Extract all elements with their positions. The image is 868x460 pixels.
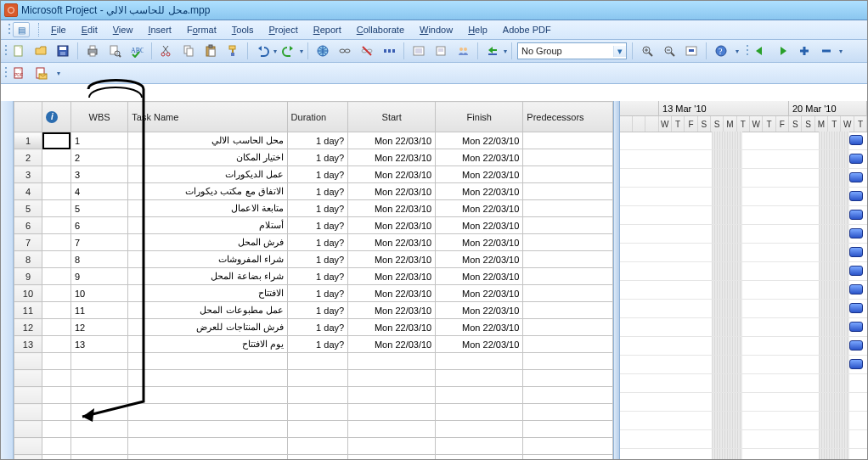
gantt-row[interactable] [620, 188, 867, 206]
indicator-cell[interactable] [42, 251, 71, 268]
indicator-cell[interactable] [42, 183, 71, 200]
gantt-row[interactable] [620, 449, 867, 459]
predecessors-cell[interactable] [523, 217, 612, 234]
group-combo[interactable]: No Group ▾ [517, 42, 627, 59]
duration-cell[interactable]: 1 day? [287, 132, 348, 149]
timescale-day[interactable]: S [789, 116, 802, 132]
indicator-cell[interactable] [42, 166, 71, 183]
minus-icon[interactable] [816, 42, 837, 60]
row-number[interactable]: 6 [14, 217, 42, 234]
finish-cell[interactable]: Mon 22/03/10 [436, 251, 523, 268]
pane-splitter[interactable] [613, 101, 620, 459]
wbs-cell[interactable]: 4 [70, 183, 127, 200]
duration-cell[interactable]: 1 day? [287, 319, 348, 336]
task-bar[interactable] [849, 210, 863, 220]
duration-cell[interactable]: 1 day? [287, 268, 348, 285]
gantt-row[interactable] [620, 374, 867, 393]
finish-cell[interactable]: Mon 22/03/10 [436, 336, 523, 353]
task-row[interactable]: 1010الافتتاح1 day?Mon 22/03/10Mon 22/03/… [14, 285, 612, 302]
predecessors-cell[interactable] [523, 234, 612, 251]
print-preview-icon[interactable] [104, 42, 125, 60]
indicator-cell[interactable] [42, 200, 71, 217]
gantt-row[interactable] [620, 393, 867, 412]
timescale-day[interactable]: M [724, 116, 736, 132]
cut-icon[interactable] [156, 42, 177, 60]
col-header-indicators[interactable]: i [42, 102, 71, 132]
timescale-day[interactable] [633, 116, 645, 132]
task-sheet[interactable]: i WBS Task Name Duration Start Finish Pr… [14, 101, 613, 459]
timescale-header[interactable]: 13 Mar '1020 Mar '10 WTFSSMTWTFSSMTWT [620, 101, 867, 132]
task-name-cell[interactable]: متابعة الاعمال [128, 200, 287, 217]
task-name-cell[interactable]: الاتفاق مع مكتب ديكورات [128, 183, 287, 200]
gantt-row[interactable] [620, 430, 867, 449]
start-cell[interactable]: Mon 22/03/10 [348, 234, 436, 251]
duration-cell[interactable]: 1 day? [287, 234, 348, 251]
task-name-cell[interactable]: فرش المحل [128, 234, 287, 251]
timescale-week[interactable]: 20 Mar '10 [789, 101, 867, 116]
start-cell[interactable]: Mon 22/03/10 [348, 183, 436, 200]
start-cell[interactable]: Mon 22/03/10 [348, 268, 436, 285]
toolbar-overflow-icon[interactable]: ▾ [732, 48, 742, 55]
gantt-row[interactable] [620, 169, 867, 188]
task-bar[interactable] [849, 191, 863, 201]
wbs-cell[interactable]: 3 [70, 166, 127, 183]
task-bar[interactable] [849, 228, 863, 238]
indicator-cell[interactable] [42, 217, 71, 234]
gantt-row[interactable] [620, 281, 867, 300]
menu-help[interactable]: Help [461, 23, 494, 36]
predecessors-cell[interactable] [523, 149, 612, 166]
save-icon[interactable] [53, 42, 73, 60]
select-all-cell[interactable] [14, 102, 42, 132]
gantt-row[interactable] [620, 244, 867, 262]
timescale-day[interactable]: W [659, 116, 672, 132]
pdf-email-icon[interactable] [31, 64, 51, 82]
predecessors-cell[interactable] [523, 319, 612, 336]
menu-tools[interactable]: Tools [225, 23, 261, 36]
wbs-cell[interactable]: 12 [70, 319, 127, 336]
task-name-cell[interactable]: يوم الافتتاح [128, 336, 287, 353]
finish-cell[interactable]: Mon 22/03/10 [436, 319, 523, 336]
timescale-day[interactable] [645, 116, 658, 132]
task-bar[interactable] [849, 154, 863, 164]
duration-cell[interactable]: 1 day? [287, 336, 348, 353]
gantt-row[interactable] [620, 337, 867, 356]
copy-icon[interactable] [178, 42, 199, 60]
redo-button[interactable]: ▾ [279, 42, 303, 60]
task-bar[interactable] [849, 303, 863, 313]
open-icon[interactable] [31, 42, 51, 60]
timescale-day[interactable]: S [711, 116, 724, 132]
toolbar-overflow-icon[interactable]: ▾ [52, 70, 65, 77]
finish-cell[interactable]: Mon 22/03/10 [436, 234, 523, 251]
plus-icon[interactable] [794, 42, 814, 60]
start-cell[interactable]: Mon 22/03/10 [348, 302, 436, 319]
predecessors-cell[interactable] [523, 132, 612, 149]
indicator-cell[interactable] [42, 132, 71, 149]
wbs-cell[interactable]: 9 [70, 268, 127, 285]
row-number[interactable]: 12 [14, 319, 42, 336]
task-bar[interactable] [849, 359, 863, 369]
start-cell[interactable]: Mon 22/03/10 [348, 132, 436, 149]
predecessors-cell[interactable] [523, 166, 612, 183]
wbs-cell[interactable]: 7 [70, 234, 127, 251]
task-row[interactable]: 11محل الحاسب الالي1 day?Mon 22/03/10Mon … [14, 132, 612, 149]
link-tasks-icon[interactable] [335, 42, 355, 60]
arrow-right-green-icon[interactable] [772, 42, 792, 60]
indicator-cell[interactable] [42, 285, 71, 302]
gantt-row[interactable] [620, 356, 867, 374]
empty-row[interactable] [14, 387, 612, 404]
chevron-down-icon[interactable]: ▾ [299, 48, 303, 55]
col-header-duration[interactable]: Duration [287, 102, 348, 132]
start-cell[interactable]: Mon 22/03/10 [348, 217, 436, 234]
assign-resources-icon[interactable] [453, 42, 473, 60]
finish-cell[interactable]: Mon 22/03/10 [436, 268, 523, 285]
row-number[interactable]: 3 [14, 166, 42, 183]
empty-row[interactable] [14, 404, 612, 421]
row-number[interactable]: 4 [14, 183, 42, 200]
zoom-out-icon[interactable] [659, 42, 679, 60]
menu-window[interactable]: Window [413, 23, 459, 36]
task-row[interactable]: 66أستلام1 day?Mon 22/03/10Mon 22/03/10 [14, 217, 612, 234]
task-bar[interactable] [849, 284, 863, 295]
task-name-cell[interactable]: محل الحاسب الالي [128, 132, 287, 149]
gantt-row[interactable] [620, 300, 867, 318]
gantt-row[interactable] [620, 225, 867, 244]
